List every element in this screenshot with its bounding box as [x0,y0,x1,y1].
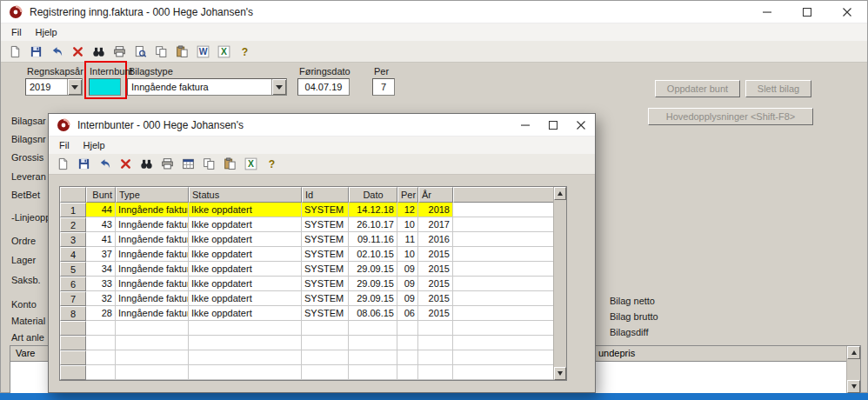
excel-export-icon[interactable] [217,44,231,59]
filler-cell [453,232,553,247]
col-header-per[interactable]: Per [397,187,418,203]
table-row-selected[interactable]: 1 44 Inngående faktura Ikke oppdatert SY… [60,203,553,217]
grossist-label: Grossis [11,152,43,163]
table-row[interactable]: 7 32 Inngående faktura Ikke oppdatert SY… [60,291,553,306]
close-icon[interactable] [827,1,867,23]
delete-icon[interactable] [70,44,85,59]
bunt-cell: 44 [86,203,116,217]
copy-icon[interactable] [202,157,217,171]
varenr-column-header[interactable]: Vare [16,348,35,358]
help-icon[interactable] [237,44,252,59]
menu-hjelp[interactable]: Hjelp [77,137,112,153]
type-cell: Inngående faktura [116,232,189,247]
find-icon[interactable] [139,157,154,171]
col-header-ar[interactable]: År [418,187,453,203]
print-icon[interactable] [160,157,175,171]
filler-cell [453,291,553,306]
undo-icon[interactable] [50,44,64,59]
table-row[interactable]: 3 41 Inngående faktura Ikke oppdatert SY… [60,232,553,247]
vertical-scrollbar[interactable] [553,187,566,380]
per-input[interactable]: 7 [372,78,395,96]
close-icon[interactable] [567,114,595,137]
col-header-id[interactable]: Id [302,187,349,203]
save-icon[interactable] [77,157,91,171]
scroll-up-icon[interactable] [554,187,566,200]
dialog-toolbar [49,154,595,175]
table-row[interactable]: 6 33 Inngående faktura Ikke oppdatert SY… [60,277,553,291]
new-document-icon[interactable] [8,44,23,59]
menu-fil[interactable]: Fil [52,137,77,153]
bilagsnr-label: Bilagsnr [11,134,46,144]
vertical-scrollbar[interactable] [846,346,860,393]
per-cell: 11 [397,232,418,247]
print-icon[interactable] [112,44,127,59]
scroll-down-icon[interactable] [554,367,566,380]
taskbar[interactable] [0,393,868,400]
slett-bilag-button[interactable]: Slett bilag [745,80,811,97]
dato-cell: 14.12.18 [349,203,397,217]
dato-cell: 29.09.15 [349,277,397,291]
regnskapsar-select[interactable]: 2019 [25,78,83,96]
dropdown-arrow-icon[interactable] [67,79,82,95]
materiall-label: Material [11,316,45,326]
row-number-cell: 3 [60,232,86,247]
maximize-icon[interactable] [787,1,827,23]
status-cell: Ikke oppdatert [189,203,302,217]
kundepris-column-header[interactable]: undepris [598,348,635,358]
table-row[interactable]: 4 37 Inngående faktura Ikke oppdatert SY… [60,247,553,262]
foringsdato-label: Føringsdato [299,66,351,77]
col-header-status[interactable]: Status [189,187,302,203]
new-document-icon[interactable] [56,157,70,171]
type-cell: Inngående faktura [116,247,189,262]
excel-export-icon[interactable] [244,157,258,171]
find-icon[interactable] [91,44,106,59]
table-row[interactable]: 5 34 Inngående faktura Ikke oppdatert SY… [60,262,553,277]
hovedopplysninger-button[interactable]: Hovedopplysninger <Shift-F8> [648,108,813,125]
col-header-bunt[interactable]: Bunt [86,187,116,203]
internbunter-dialog: Internbunter - 000 Hege Johansen's Fil H… [48,113,596,393]
dato-cell: 09.11.16 [349,232,397,247]
internbunt-input[interactable] [89,78,121,96]
oppdater-bunt-button[interactable]: Oppdater bunt [655,80,740,97]
per-cell: 09 [397,277,418,291]
word-export-icon[interactable] [196,44,210,59]
dialog-titlebar[interactable]: Internbunter - 000 Hege Johansen's [49,114,595,137]
help-icon[interactable] [264,157,279,171]
paste-icon[interactable] [175,44,190,59]
col-header-type[interactable]: Type [116,187,189,203]
regnskapsar-value: 2019 [26,79,67,95]
dropdown-arrow-icon[interactable] [271,79,286,95]
table-row-empty [60,365,553,380]
maximize-icon[interactable] [539,114,567,137]
corner-header-cell [60,187,86,203]
ar-cell: 2015 [418,291,453,306]
copy-icon[interactable] [154,44,169,59]
print-preview-icon[interactable] [133,44,148,59]
table-grid-icon[interactable] [181,157,196,171]
main-titlebar[interactable]: Registrering inng.faktura - 000 Hege Joh… [1,1,867,23]
foringsdato-input[interactable]: 04.07.19 [297,78,350,96]
scroll-down-icon[interactable] [847,380,860,393]
save-icon[interactable] [29,44,43,59]
bilag-brutto-label: Bilag brutto [610,311,658,322]
bilagstype-select[interactable]: Inngående faktura [127,78,287,96]
minimize-icon[interactable] [747,1,787,23]
table-row[interactable]: 8 28 Inngående faktura Ikke oppdatert SY… [60,306,553,321]
scroll-up-icon[interactable] [847,346,860,359]
ar-cell: 2015 [418,306,453,321]
table-row-empty [60,336,553,350]
bilagstype-label: Bilagstype [129,66,173,77]
bunt-cell: 43 [86,217,116,232]
type-cell: Inngående faktura [116,291,189,306]
delete-icon[interactable] [118,157,133,171]
menu-fil[interactable]: Fil [4,24,29,40]
paste-icon[interactable] [223,157,237,171]
col-header-dato[interactable]: Dato [349,187,397,203]
status-cell: Ikke oppdatert [189,262,302,277]
undo-icon[interactable] [97,157,112,171]
table-row[interactable]: 2 43 Inngående faktura Ikke oppdatert SY… [60,217,553,232]
minimize-icon[interactable] [511,114,539,137]
row-number-cell: 5 [60,262,86,277]
menu-hjelp[interactable]: Hjelp [29,24,64,40]
status-cell: Ikke oppdatert [189,306,302,321]
